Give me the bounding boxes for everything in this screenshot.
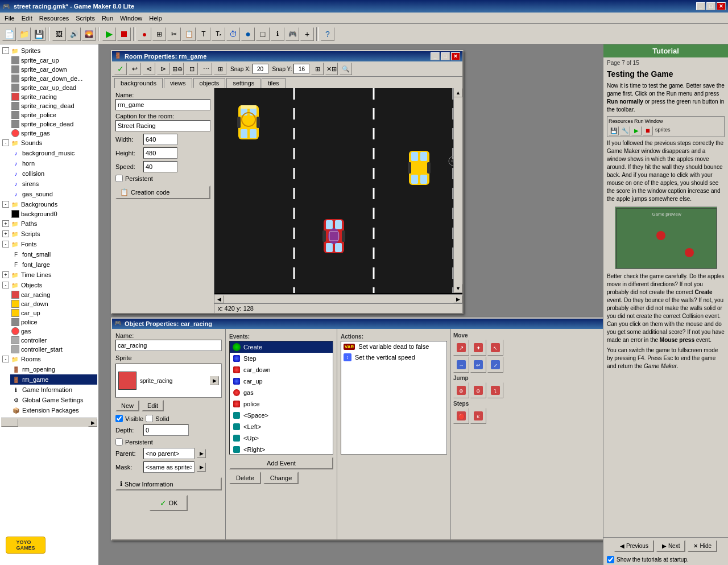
room-tool7[interactable]: ⊞ [214,63,226,75]
toolbar-btn6[interactable]: Tᵣ [212,27,225,41]
backgrounds-expand[interactable]: - [2,201,9,208]
scripts-expand[interactable]: + [2,230,9,237]
jump-action-1[interactable]: ⊕ [453,382,469,398]
tree-background0[interactable]: background0 [10,209,97,218]
creation-code-btn[interactable]: 📋 Creation code [115,185,210,199]
event-left[interactable]: <Left> [230,421,333,432]
tab-views[interactable]: views [164,78,192,88]
delete-event-btn[interactable]: Delete [229,472,261,484]
room-reset-btn[interactable]: ↩ [129,63,141,75]
tree-car_racing[interactable]: car_racing [10,290,97,299]
visible-checkbox[interactable] [115,415,123,422]
tree-sprite_racing[interactable]: sprite_racing [10,92,97,101]
tree-gas[interactable]: gas [10,327,97,336]
room-tool9[interactable]: ✕⊞ [325,63,338,75]
tree-sprite_car_down[interactable]: sprite_car_down [10,65,97,74]
fonts-folder[interactable]: - 📁 Fonts [1,239,97,249]
paths-folder[interactable]: + 📁 Paths [1,218,97,229]
toolbar-btn3[interactable]: ✂ [167,27,181,41]
parent-input[interactable] [143,448,195,459]
event-right[interactable]: <Right> [230,444,333,455]
change-event-btn[interactable]: Change [263,472,299,484]
new-sprite-btn[interactable]: New [115,400,139,411]
toolbar-sprite[interactable]: 🖼 [52,27,66,41]
snap-x-input[interactable] [253,64,268,74]
move-action-2[interactable]: ✦ [470,340,486,356]
room-search-btn[interactable]: 🔍 [340,63,352,75]
tree-background_music[interactable]: ♪ background_music [10,148,97,158]
tree-collision[interactable]: ♪ collision [10,168,97,179]
tree-sprite_car_down_de[interactable]: sprite_car_down_de... [10,74,97,83]
toolbar-btn1[interactable]: ● [138,27,151,41]
hscroll-right[interactable]: ▶ [453,295,462,303]
toolbar-btn7[interactable]: ⏱ [226,27,240,41]
tab-backgrounds[interactable]: backgrounds [114,78,163,88]
event-car_down[interactable]: car_down [230,364,333,376]
toolbar-help[interactable]: ? [321,27,334,41]
toolbar-save[interactable]: 💾 [32,27,46,41]
obj-name-input[interactable] [115,340,222,351]
next-btn[interactable]: ▶ Next [656,540,686,552]
room-close-btn[interactable]: ✕ [451,52,460,60]
toolbar-bg[interactable]: 🌄 [82,27,96,41]
tree-controller[interactable]: controller [10,336,97,345]
steps-action-1[interactable]: 🔴 [453,408,469,424]
menu-scripts[interactable]: Scripts [72,14,98,23]
backgrounds-folder[interactable]: - 📁 Backgrounds [1,199,97,209]
event-car_up[interactable]: car_up [230,376,333,387]
room-tool5[interactable]: ⊡ [185,63,198,75]
room-grid-btn[interactable]: ⊞ [311,63,324,75]
objects-folder[interactable]: - 📁 Objects [1,280,97,290]
toolbar-btn5[interactable]: T [197,27,210,41]
name-input[interactable] [115,99,210,110]
ok-btn[interactable]: ✓ OK [150,495,188,511]
global-game-settings[interactable]: ⚙ Global Game Settings [1,395,97,405]
vscroll-down[interactable]: ▼ [454,284,462,293]
tree-police[interactable]: police [10,317,97,327]
toolbar-btn9[interactable]: □ [256,27,270,41]
menu-edit[interactable]: Edit [18,14,36,23]
tree-sprite_car_up[interactable]: sprite_car_up [10,56,97,65]
move-action-1[interactable]: ↗ [453,340,469,356]
rooms-expand[interactable]: - [2,356,9,362]
menu-file[interactable]: File [1,14,18,23]
action-set-speed[interactable]: ↕ Set the vertical speed [341,352,446,363]
event-police[interactable]: police [230,398,333,410]
sprite-select-btn[interactable]: ▶ [210,376,219,385]
tree-sprite_car_up_dead[interactable]: sprite_car_up_dead [10,83,97,92]
left-panel-scrollbar[interactable]: ▶ [1,418,97,427]
move-action-5[interactable]: ↩ [470,357,486,373]
snap-y-input[interactable] [293,64,309,74]
tab-objects[interactable]: objects [193,78,226,88]
timelines-folder[interactable]: + 📁 Time Lines [1,270,97,280]
event-step[interactable]: Step [230,353,333,364]
room-maximize-btn[interactable]: □ [441,52,450,60]
jump-action-2[interactable]: ⊖ [470,382,486,398]
toolbar-btn10[interactable]: ℹ [271,27,284,41]
tree-gas_sound[interactable]: ♪ gas_sound [10,189,97,199]
obj-persistent-checkbox[interactable] [115,438,123,446]
game-information[interactable]: ℹ Game Information [1,385,97,395]
room-props-title[interactable]: 🚪 Room Properties: rm_game _ □ ✕ [112,51,462,61]
tree-sprite_racing_dead[interactable]: sprite_racing_dead [10,101,97,110]
solid-checkbox[interactable] [146,415,153,422]
tree-rm_game[interactable]: 🚪 rm_game [10,374,97,385]
depth-input[interactable] [143,424,189,436]
tree-sprite_police[interactable]: sprite_police [10,110,97,119]
prev-btn[interactable]: ◀ Previous [614,540,654,552]
sprites-folder[interactable]: - 📁 Sprites [1,46,97,56]
hide-btn[interactable]: ✕ Hide [688,540,717,552]
menu-resources[interactable]: Resources [36,14,73,23]
move-action-4[interactable]: → [453,357,469,373]
toolbar-new[interactable]: 📄 [2,27,16,41]
toolbar-run-green[interactable]: ▶ [102,27,116,41]
show-info-btn[interactable]: ℹ Show Information [115,477,222,490]
tree-sprite_police_dead[interactable]: sprite_police_dead [10,119,97,129]
maximize-button[interactable]: □ [706,2,715,10]
scroll-right-btn[interactable]: ▶ [88,419,97,427]
vscroll-up[interactable]: ▲ [454,88,462,97]
width-input[interactable] [143,134,177,145]
toolbar-btn2[interactable]: ⊞ [152,27,166,41]
toolbar-sound[interactable]: 🔊 [67,27,81,41]
close-button[interactable]: ✕ [717,2,726,10]
